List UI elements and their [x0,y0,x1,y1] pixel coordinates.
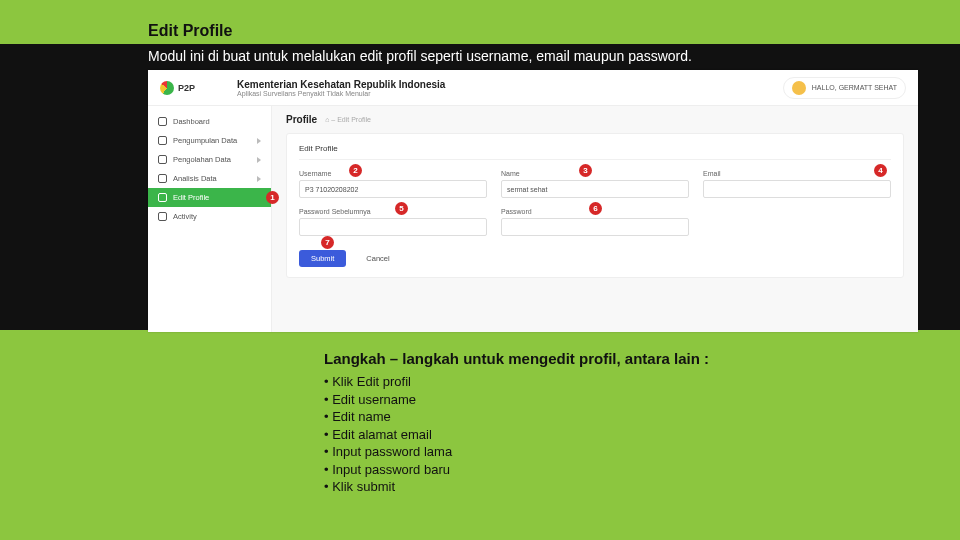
step-item: • Input password lama [324,443,924,461]
page-title: Edit Profile [148,22,232,40]
avatar [792,81,806,95]
marker-6: 6 [589,202,602,215]
step-item: • Klik Edit profil [324,373,924,391]
sidebar-item-label: Activity [173,212,197,221]
sidebar-item-label: Edit Profile [173,193,209,202]
sidebar-item-activity[interactable]: Activity [148,207,271,226]
sidebar: Dashboard Pengumpulan Data Pengolahan Da… [148,106,272,332]
activity-icon [158,212,167,221]
steps-heading: Langkah – langkah untuk mengedit profil,… [324,350,924,367]
steps-list: • Klik Edit profil • Edit username • Edi… [324,373,924,496]
app-screenshot: P2P Kementerian Kesehatan Republik Indon… [148,70,918,332]
step-item: • Edit alamat email [324,426,924,444]
sidebar-item-pengolahan[interactable]: Pengolahan Data [148,150,271,169]
sidebar-item-edit-profile[interactable]: Edit Profile 1 [148,188,271,207]
field-name: 3 Name [501,170,689,198]
field-email: 4 Email [703,170,891,198]
marker-4: 4 [874,164,887,177]
steps-block: Langkah – langkah untuk mengedit profil,… [324,350,924,496]
chevron-right-icon [257,157,261,163]
field-new-password: 6 Password [501,208,689,236]
old-password-input[interactable] [299,218,487,236]
step-item: • Klik submit [324,478,924,496]
page-subtitle: Modul ini di buat untuk melalukan edit p… [148,48,692,64]
sidebar-item-label: Analisis Data [173,174,217,183]
header-title-area: Kementerian Kesehatan Republik Indonesia… [237,79,445,97]
sidebar-item-label: Pengumpulan Data [173,136,237,145]
dashboard-icon [158,117,167,126]
old-password-label: Password Sebelumnya [299,208,487,215]
marker-5: 5 [395,202,408,215]
field-old-password: 5 Password Sebelumnya [299,208,487,236]
logo: P2P [160,81,195,95]
data-process-icon [158,155,167,164]
user-greeting: HALLO, GERMATT SEHAT [812,84,897,91]
logo-icon [160,81,174,95]
name-label: Name [501,170,689,177]
new-password-input[interactable] [501,218,689,236]
sidebar-item-dashboard[interactable]: Dashboard [148,112,271,131]
main-panel: Profile ⌂ – Edit Profile Edit Profile 2 … [272,106,918,332]
marker-2: 2 [349,164,362,177]
field-username: 2 Username [299,170,487,198]
data-collect-icon [158,136,167,145]
sidebar-item-label: Pengolahan Data [173,155,231,164]
chevron-right-icon [257,176,261,182]
edit-profile-card: Edit Profile 2 Username 3 Name 4 Emai [286,133,904,278]
app-header: P2P Kementerian Kesehatan Republik Indon… [148,70,918,106]
app-title: Kementerian Kesehatan Republik Indonesia [237,79,445,90]
marker-7: 7 [321,236,334,249]
cancel-button[interactable]: Cancel [354,250,401,267]
sidebar-item-pengumpulan[interactable]: Pengumpulan Data [148,131,271,150]
profile-icon [158,193,167,202]
username-label: Username [299,170,487,177]
chart-icon [158,174,167,183]
marker-3: 3 [579,164,592,177]
email-input[interactable] [703,180,891,198]
name-input[interactable] [501,180,689,198]
username-input[interactable] [299,180,487,198]
app-tagline: Aplikasi Surveilans Penyakit Tidak Menul… [237,90,445,97]
step-item: • Edit name [324,408,924,426]
chevron-right-icon [257,138,261,144]
card-title: Edit Profile [299,144,891,160]
sidebar-item-label: Dashboard [173,117,210,126]
logo-text: P2P [178,83,195,93]
breadcrumb: Profile ⌂ – Edit Profile [286,114,904,125]
crumb-title: Profile [286,114,317,125]
step-item: • Input password baru [324,461,924,479]
sidebar-item-analisis[interactable]: Analisis Data [148,169,271,188]
submit-button[interactable]: Submit [299,250,346,267]
step-item: • Edit username [324,391,924,409]
crumb-path: ⌂ – Edit Profile [325,116,371,123]
marker-1: 1 [266,191,279,204]
user-chip[interactable]: HALLO, GERMATT SEHAT [783,77,906,99]
email-label: Email [703,170,891,177]
